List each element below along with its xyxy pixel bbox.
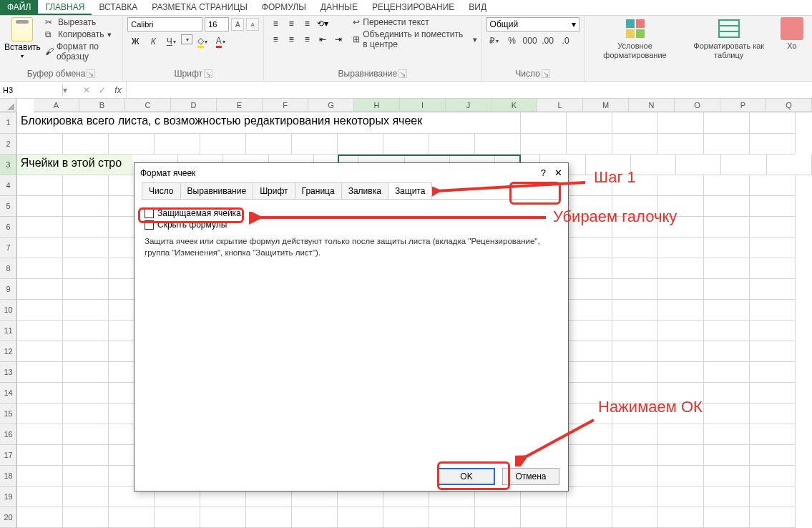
dlg-tab-border[interactable]: Граница <box>295 182 342 199</box>
checkbox-hidden[interactable]: Скрыть формулы <box>145 220 558 230</box>
brush-icon: 🖌 <box>45 47 54 57</box>
wrap-text-button[interactable]: ↩Перенести текст <box>353 17 476 27</box>
group-align-label: Выравнивание <box>338 69 398 79</box>
border-button[interactable] <box>181 34 192 44</box>
align-middle[interactable]: ≡ <box>284 17 298 30</box>
checkbox-hidden-label: Скрыть формулы <box>157 220 227 230</box>
cut-label: Вырезать <box>58 17 96 27</box>
scissors-icon: ✂ <box>45 17 55 27</box>
tab-insert[interactable]: ВСТАВКА <box>92 0 145 15</box>
cond-label: Условное форматирование <box>593 41 678 60</box>
tab-file[interactable]: ФАЙЛ <box>0 0 38 15</box>
group-num-launcher[interactable]: ↘ <box>542 69 550 78</box>
copy-icon: ⧉ <box>45 29 55 39</box>
dec-decimal[interactable]: .0 <box>558 34 574 48</box>
checkbox-box <box>145 220 154 230</box>
dlg-tab-number[interactable]: Число <box>142 182 181 199</box>
number-format-select[interactable]: Общий▾ <box>486 17 579 31</box>
name-box[interactable]: H3 <box>0 84 63 96</box>
group-align-launcher[interactable]: ↘ <box>398 69 407 78</box>
dialog-help-button[interactable]: ? <box>541 167 546 178</box>
tab-data[interactable]: ДАННЫЕ <box>313 0 365 15</box>
group-number: Общий▾ ₽ % 000 .00 .0 Число↘ <box>482 16 584 81</box>
bold-button[interactable]: Ж <box>127 34 143 49</box>
group-clipboard-launcher[interactable]: ↘ <box>87 69 95 78</box>
group-clipboard-label: Буфер обмена <box>27 69 86 79</box>
tab-home[interactable]: ГЛАВНАЯ <box>38 0 92 15</box>
align-bottom[interactable]: ≡ <box>300 17 314 30</box>
svg-rect-4 <box>719 20 739 37</box>
dialog-close-button[interactable]: ✕ <box>554 167 562 178</box>
decrease-font-button[interactable]: A <box>246 18 259 31</box>
fill-color-button[interactable]: ◇ <box>195 34 210 49</box>
table-label: Форматировать как таблицу <box>685 41 772 60</box>
copy-label: Копировать <box>58 29 104 39</box>
format-table-button[interactable]: Форматировать как таблицу <box>681 17 776 60</box>
bucket-icon <box>781 17 803 40</box>
tab-layout[interactable]: РАЗМЕТКА СТРАНИЦЫ <box>145 0 255 15</box>
merge-button[interactable]: ⊞Объединить и поместить в центре ▾ <box>353 29 476 49</box>
ok-button[interactable]: OK <box>438 468 495 485</box>
align-center[interactable]: ≡ <box>284 33 298 46</box>
orientation[interactable]: ⟲▾ <box>315 17 330 30</box>
cut-button[interactable]: ✂Вырезать <box>45 17 118 27</box>
increase-font-button[interactable]: A <box>231 18 244 31</box>
svg-rect-3 <box>636 29 645 38</box>
ribbon-tabs: ФАЙЛ ГЛАВНАЯ ВСТАВКА РАЗМЕТКА СТРАНИЦЫ Ф… <box>0 0 812 16</box>
cell-style-partial[interactable]: Хо <box>776 17 808 60</box>
format-painter-label: Формат по образцу <box>57 41 118 62</box>
wrap-icon: ↩ <box>353 17 360 27</box>
underline-button[interactable]: Ч <box>163 34 179 49</box>
paste-button[interactable]: Вставить ▾ <box>4 17 41 59</box>
thousands-button[interactable]: 000 <box>522 34 538 48</box>
select-all[interactable] <box>0 99 16 112</box>
align-top[interactable]: ≡ <box>268 17 283 30</box>
tab-view[interactable]: ВИД <box>461 0 494 15</box>
indent-dec[interactable]: ⇤ <box>315 33 330 46</box>
tab-formulas[interactable]: ФОРМУЛЫ <box>255 0 313 15</box>
ribbon: Вставить ▾ ✂Вырезать ⧉Копировать ▾ 🖌Форм… <box>0 16 812 82</box>
indent-inc[interactable]: ⇥ <box>331 33 346 46</box>
confirm-edit[interactable]: ✓ <box>94 85 110 95</box>
font-name-select[interactable] <box>127 17 202 31</box>
formula-input[interactable] <box>126 82 812 98</box>
svg-rect-1 <box>636 19 645 28</box>
font-color-button[interactable]: A <box>212 34 228 49</box>
dlg-tab-fill[interactable]: Заливка <box>341 182 388 199</box>
cond-format-button[interactable]: Условное форматирование <box>589 17 682 60</box>
group-font-label: Шрифт <box>175 69 202 79</box>
copy-button[interactable]: ⧉Копировать ▾ <box>45 29 118 39</box>
dialog-tabs: Число Выравнивание Шрифт Граница Заливка… <box>134 182 568 199</box>
cancel-button[interactable]: Отмена <box>502 468 559 485</box>
annotation-uncheck: Убираем галочку <box>553 207 677 226</box>
group-clipboard: Вставить ▾ ✂Вырезать ⧉Копировать ▾ 🖌Форм… <box>0 16 123 81</box>
table-icon <box>718 17 740 40</box>
format-cells-dialog: Формат ячеек ? ✕ Число Выравнивание Шриф… <box>134 162 569 492</box>
cancel-edit[interactable]: ✕ <box>79 85 94 95</box>
format-painter-button[interactable]: 🖌Формат по образцу <box>45 41 118 62</box>
fx-button[interactable]: fx <box>110 85 126 95</box>
dlg-tab-protect[interactable]: Защита <box>388 182 433 199</box>
column-headers[interactable]: ABCDEFGHIJKLMNOPQ <box>34 99 812 112</box>
checkbox-locked[interactable]: Защищаемая ячейка <box>145 208 558 218</box>
num-format-label: Общий <box>490 19 519 29</box>
font-size-select[interactable] <box>205 17 229 31</box>
merge-icon: ⊞ <box>353 34 360 44</box>
percent-button[interactable]: % <box>504 34 520 48</box>
merge-label: Объединить и поместить в центре <box>363 29 469 49</box>
dlg-tab-align[interactable]: Выравнивание <box>180 182 254 199</box>
align-right[interactable]: ≡ <box>300 33 314 46</box>
bucket-icon: ◇ <box>197 36 204 48</box>
group-alignment: ≡ ≡ ≡ ⟲▾ ≡ ≡ ≡ ⇤ ⇥ ↩Перенести текст ⊞Объ… <box>264 16 481 81</box>
inc-decimal[interactable]: .00 <box>540 34 556 48</box>
wrap-label: Перенести текст <box>363 17 429 27</box>
tab-review[interactable]: РЕЦЕНЗИРОВАНИЕ <box>365 0 461 15</box>
dlg-tab-font[interactable]: Шрифт <box>253 182 295 199</box>
group-styles: Условное форматирование Форматировать ка… <box>584 16 812 81</box>
currency-button[interactable]: ₽ <box>486 34 502 48</box>
dialog-help-text: Защита ячеек или скрытие формул действую… <box>145 235 558 258</box>
svg-rect-0 <box>626 19 635 28</box>
italic-button[interactable]: К <box>145 34 161 49</box>
group-font-launcher[interactable]: ↘ <box>204 69 212 78</box>
align-left[interactable]: ≡ <box>268 33 283 46</box>
